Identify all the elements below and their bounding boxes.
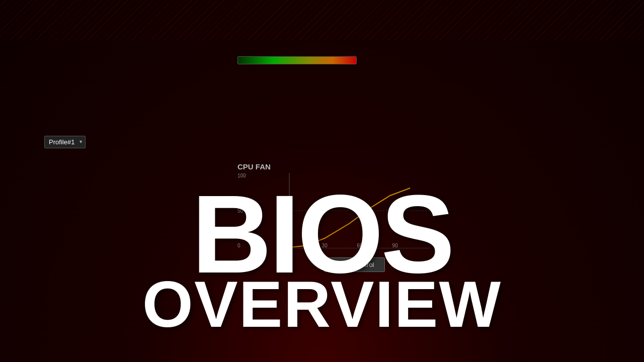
y-max: 100 <box>237 173 246 178</box>
svg-text:90: 90 <box>392 243 398 248</box>
docp-select-wrapper[interactable]: Profile#1 Disabled Profile#2 <box>44 136 86 148</box>
svg-text:60: 60 <box>357 243 363 248</box>
chart-wrapper: 100 50 0 30 <box>237 173 471 250</box>
fan-chart-svg: 30 60 90 <box>248 173 471 248</box>
chart-y-axis: 100 50 0 <box>237 173 248 248</box>
docp-select[interactable]: Profile#1 Disabled Profile#2 <box>44 136 86 148</box>
y-mid: 50 <box>237 208 246 214</box>
temp-bar <box>237 56 357 64</box>
qfan-btn-wrapper[interactable]: QFan Control <box>237 253 471 272</box>
chart-plot-area: 30 60 90 <box>248 173 471 250</box>
y-min: 0 <box>237 243 246 248</box>
fan-chart-section: CPU FAN 100 50 0 <box>237 162 471 338</box>
cpu-fan-chart-title: CPU FAN <box>237 162 471 171</box>
qfan-button[interactable]: QFan Control <box>324 257 384 272</box>
svg-text:30: 30 <box>321 243 328 248</box>
